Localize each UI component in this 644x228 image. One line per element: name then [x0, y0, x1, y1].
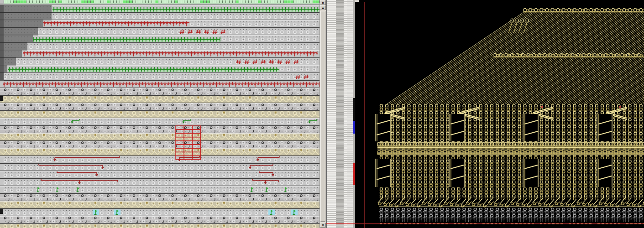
symbol-view-canvas[interactable] — [0, 0, 319, 228]
scroll-down-button[interactable]: ▼ — [320, 223, 326, 228]
pattern-navigator-canvas[interactable] — [326, 0, 355, 228]
pattern-navigator-panel — [326, 0, 355, 228]
scroll-up-button[interactable]: ▲ — [320, 5, 326, 10]
symbol-view-panel — [0, 0, 319, 228]
app-root: ▪ ▲ ▼ — [0, 0, 644, 228]
scrollbar-split-button[interactable]: ▪ — [320, 0, 326, 5]
loop-simulation-canvas[interactable] — [355, 0, 644, 228]
vertical-scrollbar[interactable]: ▪ ▲ ▼ — [319, 0, 326, 228]
loop-simulation-panel — [355, 0, 644, 228]
scrollbar-thumb[interactable] — [320, 11, 325, 222]
